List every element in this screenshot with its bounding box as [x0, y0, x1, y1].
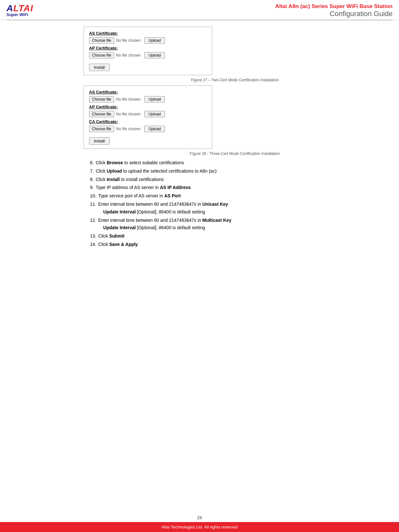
ap-choose-file-btn[interactable]: Choose file [89, 111, 114, 117]
header-main-title: Altai A8n (ac) Series Super WiFi Base St… [64, 3, 393, 10]
list-item: 9. Type IP address of AS server in AS IP… [90, 184, 386, 192]
main-content: AS Certificate: Choose file No file chos… [0, 20, 399, 256]
footer: 29 Altai Technologies Ltd. All rights re… [0, 513, 399, 532]
as-cert-section-top: AS Certificate: Choose file No file chos… [89, 31, 207, 44]
ap-cert-section-top: AP Certificate: Choose file No file chos… [89, 46, 207, 59]
install-btn-top[interactable]: Install [89, 64, 110, 71]
ap-cert-row: Choose file No file chosen Upload [89, 111, 207, 117]
as-no-file: No file chosen [116, 97, 141, 102]
item-text: Type service port of AS server in AS Por… [98, 192, 181, 200]
ap-no-file: No file chosen [116, 112, 141, 116]
ca-no-file: No file chosen [116, 127, 141, 131]
ap-cert-section: AP Certificate: Choose file No file chos… [89, 104, 207, 117]
header-sub-title: Configuration Guide [64, 10, 393, 18]
item-text: Click Install to install certifications [96, 176, 164, 184]
as-cert-section: AS Certificate: Choose file No file chos… [89, 90, 207, 103]
header-title-area: Altai A8n (ac) Series Super WiFi Base St… [64, 3, 393, 18]
as-choose-file-btn[interactable]: Choose file [89, 96, 114, 103]
list-item: 7. Click Upload to upload the selected c… [90, 167, 386, 175]
as-upload-btn-top[interactable]: Upload [144, 37, 165, 44]
logo-area: ALTAI Super WiFi [6, 3, 64, 17]
item-num: 10. [90, 192, 96, 200]
footer-bar: Altai Technologies Ltd. All rights reser… [0, 522, 399, 532]
figure-27-caption: Figure 27 – Two-Cert Mode Certification … [84, 78, 386, 82]
ap-choose-file-btn-top[interactable]: Choose file [89, 52, 114, 59]
logo-super-wifi: Super WiFi [6, 12, 64, 17]
item-num: 9. [90, 184, 94, 192]
item-text: Click Save & Apply [98, 241, 138, 248]
item-num: 8. [90, 176, 94, 184]
ap-upload-btn[interactable]: Upload [144, 111, 165, 117]
header: ALTAI Super WiFi Altai A8n (ac) Series S… [0, 0, 399, 20]
ap-cert-row-top: Choose file No file chosen Upload [89, 52, 207, 59]
as-cert-label: AS Certificate: [89, 90, 207, 95]
list-item: 6. Click Browse to select suitable certi… [90, 159, 386, 167]
ca-upload-btn[interactable]: Upload [144, 126, 165, 132]
item-num: 13. [90, 232, 96, 240]
as-cert-row: Choose file No file chosen Upload [89, 96, 207, 103]
item-text: Enter interval time between 60 and 21474… [98, 217, 231, 232]
item-num: 12. [90, 217, 96, 232]
item-num: 7. [90, 167, 94, 175]
ca-cert-label: CA Certificate: [89, 119, 207, 124]
item-num: 6. [90, 159, 94, 167]
ap-cert-label: AP Certificate: [89, 104, 207, 109]
as-cert-label-top: AS Certificate: [89, 31, 207, 36]
list-item: 8. Click Install to install certificatio… [90, 176, 386, 184]
as-choose-file-btn-top[interactable]: Choose file [89, 37, 114, 44]
list-item: 13. Click Submit [90, 232, 386, 240]
item-text: Click Browse to select suitable certific… [96, 159, 184, 167]
item-text: Click Upload to upload the selected cert… [96, 167, 217, 175]
figure-28-caption: Figure 28 - Three-Cert Mode Certificatio… [84, 151, 386, 156]
ap-cert-label-top: AP Certificate: [89, 46, 207, 50]
instructions: 6. Click Browse to select suitable certi… [84, 159, 386, 248]
ca-cert-section: CA Certificate: Choose file No file chos… [89, 119, 207, 132]
two-cert-panel-top: AS Certificate: Choose file No file chos… [84, 27, 212, 75]
list-item: 11. Enter interval time between 60 and 2… [90, 201, 386, 216]
item-num: 11. [90, 201, 96, 216]
footer-page-number: 29 [0, 513, 399, 522]
item-text: Enter interval time between 60 and 21474… [98, 201, 228, 216]
ap-no-file-top: No file chosen [116, 53, 141, 58]
as-upload-btn[interactable]: Upload [144, 96, 165, 103]
item-num: 14. [90, 241, 96, 248]
as-cert-row-top: Choose file No file chosen Upload [89, 37, 207, 44]
ca-cert-row: Choose file No file chosen Upload [89, 126, 207, 132]
list-item: 14. Click Save & Apply [90, 241, 386, 248]
list-item: 10. Type service port of AS server in AS… [90, 192, 386, 200]
install-btn-three[interactable]: Install [89, 137, 110, 145]
list-item: 12. Enter interval time between 60 and 2… [90, 217, 386, 232]
ca-choose-file-btn[interactable]: Choose file [89, 126, 114, 132]
as-no-file-top: No file chosen [116, 38, 141, 43]
item-text: Type IP address of AS server in AS IP Ad… [96, 184, 191, 192]
three-cert-panel: AS Certificate: Choose file No file chos… [84, 86, 212, 149]
item-text: Click Submit [98, 232, 124, 240]
ap-upload-btn-top[interactable]: Upload [144, 52, 165, 59]
